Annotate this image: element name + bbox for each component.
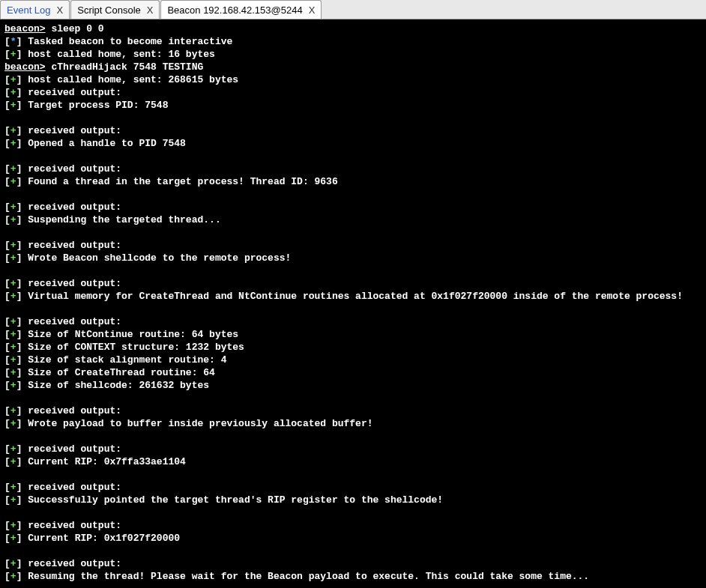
output-text: received output: — [28, 558, 121, 569]
output-text: received output: — [28, 87, 121, 98]
plus-icon: + — [10, 380, 16, 391]
console-line: [+] received output: — [4, 557, 702, 570]
output-text: Wrote Beacon shellcode to the remote pro… — [28, 252, 291, 264]
console-line — [4, 150, 702, 163]
close-icon[interactable]: X — [309, 4, 316, 16]
output-text: received output: — [28, 482, 121, 493]
console-line: [*] Tasked beacon to become interactive — [4, 35, 702, 48]
console-line — [4, 303, 702, 315]
tab-bar: Event Log X Script Console X Beacon 192.… — [0, 0, 706, 19]
console-line: [+] received output: — [4, 404, 702, 417]
command-text: cThreadHijack 7548 TESTING — [46, 61, 204, 73]
plus-icon: + — [10, 533, 16, 544]
plus-icon: + — [10, 240, 16, 251]
console-line — [4, 392, 702, 404]
console-line: [+] Size of CreateThread routine: 64 — [4, 366, 702, 379]
tab-label: Event Log — [7, 4, 51, 16]
output-text: Current RIP: 0x7ffa33ae1104 — [28, 456, 186, 467]
plus-icon: + — [10, 558, 16, 569]
console-line: [+] received output: — [4, 481, 702, 494]
output-text: Opened a handle to PID 7548 — [28, 138, 186, 149]
plus-icon: + — [10, 125, 16, 136]
output-text: Current RIP: 0x1f027f20000 — [28, 533, 180, 544]
plus-icon: + — [10, 494, 16, 506]
console-line: [+] received output: — [4, 519, 702, 532]
console-line: [+] received output: — [4, 124, 702, 137]
console-line: beacon> cThreadHijack 7548 TESTING — [4, 61, 702, 73]
close-icon[interactable]: X — [57, 4, 64, 16]
command-text: sleep 0 0 — [46, 23, 104, 34]
console-line: [+] Opened a handle to PID 7548 — [4, 137, 702, 150]
prompt-label: beacon> — [4, 23, 46, 34]
console-line — [4, 468, 702, 481]
plus-icon: + — [10, 100, 16, 111]
output-text: Size of CONTEXT structure: 1232 bytes — [28, 342, 244, 353]
plus-icon: + — [10, 49, 16, 60]
plus-icon: + — [10, 520, 16, 531]
console-line: [+] host called home, sent: 16 bytes — [4, 48, 702, 61]
tab-event-log[interactable]: Event Log X — [0, 0, 70, 19]
tab-script-console[interactable]: Script Console X — [70, 0, 160, 19]
output-text: received output: — [28, 278, 121, 289]
plus-icon: + — [10, 418, 16, 429]
output-text: Size of stack alignment routine: 4 — [28, 354, 226, 366]
console-line — [4, 112, 702, 124]
plus-icon: + — [10, 367, 16, 378]
console-line: [+] Size of stack alignment routine: 4 — [4, 354, 702, 366]
output-text: received output: — [28, 163, 121, 175]
console-line: [+] received output: — [4, 86, 702, 99]
output-text: Found a thread in the target process! Th… — [28, 176, 337, 187]
plus-icon: + — [10, 291, 16, 302]
plus-icon: + — [10, 214, 16, 225]
output-text: received output: — [28, 443, 121, 455]
output-text: Size of CreateThread routine: 64 — [28, 367, 215, 378]
output-text: Target process PID: 7548 — [28, 100, 168, 111]
console-line: [+] Target process PID: 7548 — [4, 99, 702, 112]
plus-icon: + — [10, 316, 16, 327]
plus-icon: + — [10, 405, 16, 416]
output-text: received output: — [28, 316, 121, 327]
output-text: Virtual memory for CreateThread and NtCo… — [28, 291, 683, 302]
console-line — [4, 188, 702, 201]
output-text: received output: — [28, 520, 121, 531]
plus-icon: + — [10, 74, 16, 85]
console-line — [4, 545, 702, 557]
output-text: Successfully pointed the target thread's… — [28, 494, 443, 506]
console-line — [4, 226, 702, 239]
plus-icon: + — [10, 278, 16, 289]
plus-icon: + — [10, 252, 16, 264]
output-text: Suspending the targeted thread... — [28, 214, 220, 225]
plus-icon: + — [10, 482, 16, 493]
output-text: Size of NtContinue routine: 64 bytes — [28, 329, 238, 340]
console-line: [+] Wrote payload to buffer inside previ… — [4, 417, 702, 430]
console-line: [+] Size of NtContinue routine: 64 bytes — [4, 328, 702, 341]
console-line: [+] Suspending the targeted thread... — [4, 213, 702, 226]
console-line — [4, 430, 702, 443]
output-text: received output: — [28, 201, 121, 213]
console-line: [+] received output: — [4, 277, 702, 290]
console-line: [+] Current RIP: 0x1f027f20000 — [4, 532, 702, 545]
console-line: [+] received output: — [4, 315, 702, 328]
beacon-console[interactable]: beacon> sleep 0 0[*] Tasked beacon to be… — [0, 19, 706, 588]
plus-icon: + — [10, 571, 16, 582]
plus-icon: + — [10, 87, 16, 98]
tab-beacon[interactable]: Beacon 192.168.42.153@5244 X — [160, 0, 322, 19]
star-icon: * — [10, 36, 16, 47]
output-text: Size of shellcode: 261632 bytes — [28, 380, 209, 391]
plus-icon: + — [10, 354, 16, 366]
prompt-label: beacon> — [4, 61, 46, 73]
close-icon[interactable]: X — [147, 4, 154, 16]
console-line: [+] received output: — [4, 443, 702, 455]
console-line: [+] Virtual memory for CreateThread and … — [4, 290, 702, 303]
tab-label: Script Console — [77, 4, 141, 16]
tab-label: Beacon 192.168.42.153@5244 — [167, 4, 302, 16]
console-line: [+] received output: — [4, 163, 702, 175]
output-text: host called home, sent: 16 bytes — [28, 49, 215, 60]
output-text: host called home, sent: 268615 bytes — [28, 74, 238, 85]
console-line: beacon> sleep 0 0 — [4, 22, 702, 35]
console-line: [+] Found a thread in the target process… — [4, 175, 702, 188]
console-line — [4, 264, 702, 277]
console-line: [+] Current RIP: 0x7ffa33ae1104 — [4, 455, 702, 468]
plus-icon: + — [10, 329, 16, 340]
plus-icon: + — [10, 456, 16, 467]
